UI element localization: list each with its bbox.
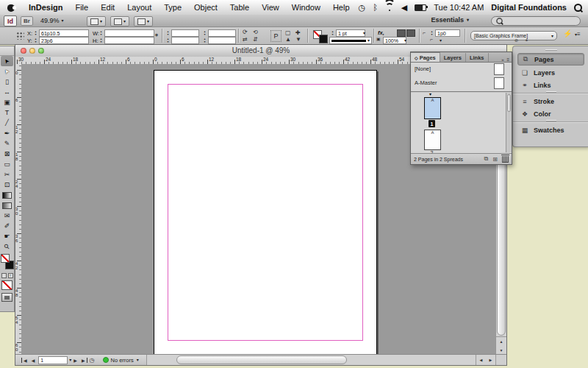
spotlight-icon[interactable] <box>574 4 582 12</box>
menubar-account[interactable]: Digital Foundations <box>491 3 567 12</box>
stroke-weight-stepper[interactable]: ▴▾ <box>331 30 334 36</box>
dock-drag-handle[interactable] <box>545 49 557 51</box>
flip-horizontal-button[interactable]: ⇄ <box>243 36 248 43</box>
rotate-ccw-button[interactable]: ⟲ <box>253 29 258 35</box>
menu-table[interactable]: Table <box>230 3 249 12</box>
page-number-field[interactable]: 1 <box>38 356 68 364</box>
scale-x-field[interactable] <box>171 29 199 37</box>
scale-y-stepper[interactable]: ▴▾ <box>166 38 170 43</box>
stroke-weight-field[interactable]: 1 pt <box>336 29 365 37</box>
edit-page-size-button[interactable]: ⧉ <box>484 155 489 163</box>
dock-button-pages[interactable]: ⧉Pages <box>517 53 584 66</box>
effects-button[interactable]: fx, <box>378 29 384 36</box>
hand-tool[interactable]: ☛ <box>1 231 13 241</box>
scale-x-stepper[interactable]: ▴▾ <box>166 30 170 36</box>
w-field[interactable] <box>104 29 154 37</box>
first-page-button[interactable]: ◀ <box>21 358 29 363</box>
scroll-down-icon[interactable]: ▼ <box>500 348 503 353</box>
bluetooth-icon[interactable]: ᛒ <box>373 0 378 15</box>
volume-icon[interactable]: ◀ <box>401 0 407 15</box>
zoom-window-button[interactable] <box>38 48 44 54</box>
shear-angle-field[interactable] <box>208 37 236 44</box>
rotate-cw-button[interactable]: ⟳ <box>243 29 248 35</box>
constrain-proportions-icon[interactable]: ⚭ <box>153 32 159 38</box>
x-stepper[interactable]: ▴▾ <box>34 30 37 36</box>
last-page-button[interactable]: ▶ <box>79 358 87 363</box>
select-container-button[interactable]: ▢ <box>285 29 291 36</box>
control-panel-menu[interactable]: ▾≡ <box>575 31 581 38</box>
page-1-canvas[interactable] <box>154 70 377 355</box>
formatting-affects-text-button[interactable]: T <box>8 273 13 278</box>
preflight-menu-icon[interactable]: ◷ <box>87 357 97 364</box>
time-machine-icon[interactable]: ◷ <box>359 0 366 15</box>
arrange-documents-dropdown[interactable]: ▾ <box>134 16 153 26</box>
tab-links[interactable]: Links <box>466 53 489 62</box>
apply-none-button[interactable] <box>1 280 12 290</box>
pen-tool[interactable]: ✒ <box>1 128 13 138</box>
scroll-left-icon[interactable]: ◀ <box>480 358 483 362</box>
menu-view[interactable]: View <box>262 3 279 12</box>
fill-swatch[interactable] <box>319 35 328 43</box>
gradient-feather-tool[interactable] <box>1 200 13 210</box>
master-a-thumbnail[interactable] <box>494 77 504 89</box>
content-collector-tool[interactable]: ▣ <box>1 97 13 107</box>
master-none-thumbnail[interactable] <box>494 63 504 75</box>
minimize-button[interactable] <box>29 48 35 54</box>
screen-mode-button[interactable] <box>1 293 12 302</box>
window-resize-handle[interactable] <box>495 355 506 365</box>
gap-tool[interactable]: ↔ <box>1 87 13 97</box>
bridge-button[interactable]: Br <box>21 16 33 26</box>
flip-vertical-button[interactable]: ⇵ <box>253 36 258 43</box>
gradient-swatch-tool[interactable] <box>1 190 13 200</box>
delete-page-button[interactable] <box>502 156 509 163</box>
corner-shape-caret[interactable]: ▾ <box>440 38 442 43</box>
fill-stroke-controls[interactable] <box>1 254 13 272</box>
menubar-clock[interactable]: Tue 10:42 AM <box>434 3 484 12</box>
h-stepper[interactable]: ▴▾ <box>99 38 103 43</box>
menu-window[interactable]: Window <box>292 3 320 12</box>
fill-swatch-none[interactable] <box>1 254 10 263</box>
menu-file[interactable]: File <box>75 3 88 12</box>
rectangle-frame-tool[interactable]: ⊠ <box>1 149 13 159</box>
menu-layout[interactable]: Layout <box>127 3 151 12</box>
page-1-thumbnail[interactable]: A <box>424 97 441 119</box>
shear-stepper[interactable]: ▴▾ <box>203 38 207 43</box>
corner-stepper[interactable]: ▴▾ <box>430 30 434 36</box>
h-field[interactable] <box>104 37 154 44</box>
direct-selection-tool[interactable]: ➤ <box>1 66 13 77</box>
stroke-fill-proxy[interactable] <box>313 30 329 42</box>
next-page-button[interactable]: ▶ <box>71 358 79 363</box>
object-style-dropdown[interactable]: [Basic Graphics Frame]▾ <box>470 31 557 40</box>
opacity-caret[interactable]: ▾ <box>404 38 406 43</box>
dock-button-layers[interactable]: ❏Layers <box>517 67 584 78</box>
formatting-affects-container-button[interactable] <box>1 273 7 278</box>
menu-indesign[interactable]: InDesign <box>29 3 62 12</box>
line-tool[interactable]: ╱ <box>1 118 13 128</box>
dock-button-color[interactable]: ❖Color <box>517 108 584 119</box>
go-to-child-button[interactable]: ▼ <box>295 36 301 43</box>
horizontal-scroll-thumb[interactable] <box>176 355 347 364</box>
page-tool[interactable]: ▯ <box>1 77 13 87</box>
object-effect-button[interactable] <box>406 29 415 37</box>
type-tool[interactable]: T <box>1 107 13 118</box>
master-none-item[interactable]: [None] <box>415 66 431 72</box>
menu-edit[interactable]: Edit <box>101 3 115 12</box>
page-2-thumbnail[interactable]: A <box>424 130 441 150</box>
scroll-right-icon[interactable]: ▶ <box>490 358 492 362</box>
scale-y-field[interactable] <box>171 37 199 44</box>
close-button[interactable] <box>21 48 26 54</box>
workspace-switcher[interactable]: Essentials▾ <box>431 16 469 24</box>
pages-scroll-thumb[interactable] <box>507 94 511 112</box>
view-options-dropdown[interactable]: ▾ <box>87 16 106 26</box>
new-page-button[interactable]: ⊞ <box>492 156 498 163</box>
pencil-tool[interactable]: ✎ <box>1 138 13 149</box>
reference-point-proxy[interactable] <box>16 32 24 40</box>
rectangle-tool[interactable]: ▭ <box>1 159 13 169</box>
break-link-style-button[interactable]: ⚭ <box>525 38 528 44</box>
selection-tool[interactable]: ➤ <box>1 56 13 66</box>
preflight-caret[interactable]: ▾ <box>137 358 139 362</box>
clear-overrides-button[interactable]: ⊘ <box>514 38 518 44</box>
rotation-angle-field[interactable] <box>208 29 236 37</box>
dock-button-stroke[interactable]: ≡Stroke <box>517 96 584 107</box>
menu-help[interactable]: Help <box>333 3 350 12</box>
